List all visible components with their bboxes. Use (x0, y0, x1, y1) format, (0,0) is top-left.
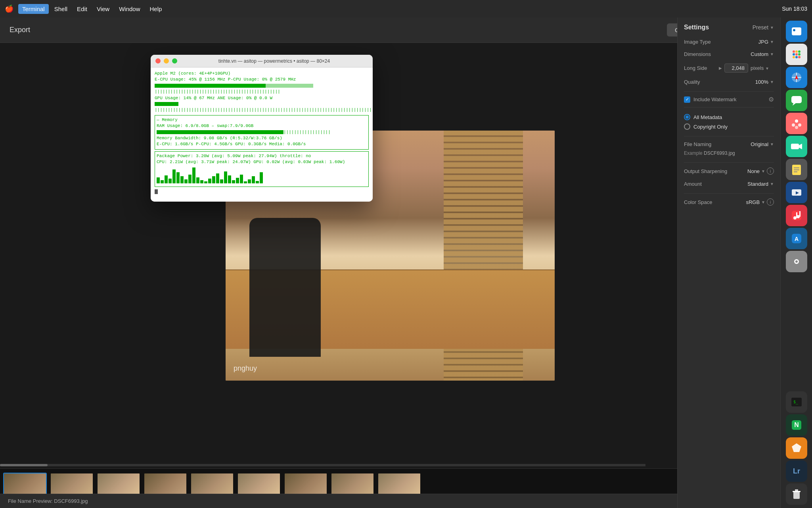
svg-rect-47 (793, 492, 800, 499)
output-sharpening-label: Output Sharpening (684, 168, 727, 174)
svg-point-39 (795, 260, 798, 263)
menubar-item-help[interactable]: Help (146, 4, 166, 14)
long-side-input[interactable]: 2,048 (724, 64, 748, 73)
dock-icon-messages[interactable] (786, 90, 807, 111)
apple-menu-icon[interactable]: 🍎 (5, 4, 13, 13)
amount-selector[interactable]: Standard ▼ (747, 181, 774, 187)
menubar-item-terminal[interactable]: Terminal (18, 4, 49, 14)
output-sharpening-chevron-icon: ▼ (761, 169, 765, 173)
main-content: pnghuy tinhte.vn — asitop — powermetrics… (0, 43, 780, 508)
long-side-unit-selector[interactable]: pixels ▼ (751, 65, 769, 71)
svg-marker-18 (793, 103, 796, 106)
svg-text:Lr: Lr (793, 467, 800, 475)
dock-icon-finder[interactable] (786, 21, 807, 42)
watermark-gear-icon[interactable]: ⚙ (768, 96, 774, 103)
file-naming-row: File Naming Original ▼ (684, 141, 774, 147)
terminal-line-2: E-CPU Usage: 45% @ 1156 MHz P-CPU Usage:… (155, 77, 369, 83)
dock-icon-sketch[interactable] (786, 437, 807, 459)
color-space-row: Color Space sRGB ▼ i (684, 198, 774, 206)
menubar-item-edit[interactable]: Edit (73, 4, 91, 14)
file-example-label: Example (684, 150, 703, 156)
file-naming-chevron-icon: ▼ (770, 142, 774, 146)
output-sharpening-selector[interactable]: None ▼ (747, 168, 765, 174)
right-dock: A $_ N Lr (780, 17, 812, 508)
dock-icon-trash[interactable] (786, 483, 807, 505)
color-space-chevron-icon: ▼ (761, 200, 765, 204)
scrollbar-thumb[interactable] (0, 464, 48, 466)
copyright-only-radio[interactable] (684, 123, 690, 130)
svg-point-6 (793, 53, 795, 56)
svg-rect-34 (796, 212, 797, 218)
status-bar: File Name Preview: DSCF6993.jpg Fit 100%… (0, 494, 780, 508)
traffic-light-green[interactable] (172, 58, 177, 64)
amount-row: Amount Standard ▼ (684, 181, 774, 187)
terminal-body: Apple M2 (cores: 4E+4P+10GPU) E-CPU Usag… (151, 67, 373, 202)
traffic-light-red[interactable] (155, 58, 161, 64)
status-filename: File Name Preview: DSCF6993.jpg (8, 498, 88, 504)
file-naming-selector[interactable]: Original ▼ (751, 141, 774, 147)
preset-selector[interactable]: Preset ▼ (753, 24, 774, 31)
watermark-left: Include Watermark (684, 96, 737, 103)
status-filename-label: File Name Preview: (8, 498, 53, 504)
svg-point-10 (795, 56, 798, 58)
watermark-checkbox[interactable] (684, 96, 690, 103)
menubar: 🍎 Terminal Shell Edit View Window Help S… (0, 0, 812, 17)
photo-area: pnghuy tinhte.vn — asitop — powermetrics… (0, 43, 780, 468)
dock-icon-photos[interactable] (786, 113, 807, 134)
menubar-item-window[interactable]: Window (115, 4, 144, 14)
terminal-mem-line1: RAM Usage: 6.9/8.0GB – swap:7.9/9.0GB (157, 123, 367, 129)
dock-icon-music[interactable] (786, 205, 807, 226)
color-space-selector[interactable]: sRGB ▼ (746, 199, 765, 205)
terminal-titlebar: tinhte.vn — asitop — powermetrics • asit… (151, 55, 373, 67)
terminal-window[interactable]: tinhte.vn — asitop — powermetrics • asit… (151, 55, 373, 202)
color-space-info-icon[interactable]: i (767, 198, 774, 206)
terminal-memory-title: — Memory (157, 117, 367, 123)
terminal-line-4: GPU Usage: 14% @ 67 MHz ANE Usage: 0% @ … (155, 95, 369, 101)
long-side-unit-chevron-icon: ▼ (765, 66, 769, 71)
export-title: Export (10, 26, 30, 34)
amount-label: Amount (684, 181, 702, 187)
dock-icon-notes[interactable] (786, 159, 807, 180)
dock-icon-facetime[interactable] (786, 136, 807, 157)
svg-point-7 (795, 53, 798, 56)
traffic-light-yellow[interactable] (164, 58, 169, 64)
dimensions-chevron-icon: ▼ (770, 52, 774, 56)
menubar-item-shell[interactable]: Shell (50, 4, 71, 14)
all-metadata-label: All Metadata (693, 114, 722, 120)
dimensions-selector[interactable]: Custom ▼ (751, 51, 774, 57)
terminal-cursor (155, 189, 158, 194)
dock-icon-evernote[interactable]: N (786, 414, 807, 436)
quality-row: Quality 100% ▼ (684, 79, 774, 85)
color-space-right: sRGB ▼ i (746, 198, 774, 206)
dock-icon-launchpad[interactable] (786, 44, 807, 65)
preset-chevron-icon: ▼ (770, 25, 774, 30)
dock-icon-appstore[interactable]: A (786, 228, 807, 249)
dock-icon-safari[interactable] (786, 67, 807, 88)
terminal-power-chart (157, 165, 367, 185)
clock: Sun 18:03 (782, 6, 807, 12)
svg-point-4 (795, 50, 798, 53)
dimensions-row: Dimensions Custom ▼ (684, 51, 774, 57)
file-example-row: Example DSCF6993.jpg (684, 150, 774, 156)
dock-icon-lightroom[interactable]: Lr (786, 460, 807, 482)
dock-icon-appletv[interactable] (786, 182, 807, 203)
svg-rect-49 (795, 489, 798, 491)
output-sharpening-info-icon[interactable]: i (767, 167, 774, 175)
svg-rect-0 (792, 27, 801, 35)
all-metadata-radio[interactable] (684, 114, 690, 120)
copyright-only-label: Copyright Only (693, 124, 728, 130)
svg-marker-44 (792, 443, 801, 452)
image-type-selector[interactable]: JPG ▼ (758, 39, 774, 45)
scrollbar-area[interactable] (0, 464, 645, 466)
quality-selector[interactable]: 100% ▼ (755, 79, 774, 85)
svg-point-8 (798, 53, 801, 56)
color-space-value: sRGB (746, 199, 760, 205)
menubar-item-view[interactable]: View (93, 4, 113, 14)
svg-point-32 (793, 216, 797, 219)
dock-icon-settings[interactable] (786, 251, 807, 272)
dock-icon-terminal[interactable]: $_ (786, 391, 807, 413)
svg-point-11 (798, 56, 801, 58)
image-type-value: JPG (758, 39, 768, 45)
settings-panel: Settings Preset ▼ Image Type JPG ▼ Dimen… (677, 17, 780, 508)
section-divider-2 (684, 162, 774, 163)
